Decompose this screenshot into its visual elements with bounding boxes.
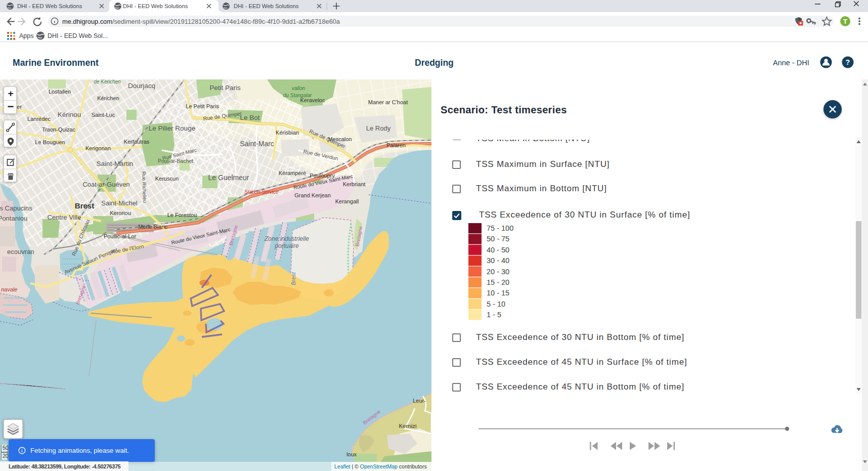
svg-text:Kernizi: Kernizi [399, 423, 416, 429]
svg-text:Station Service: Station Service [244, 189, 279, 195]
svg-text:Lanrédec: Lanrédec [27, 116, 51, 122]
svg-text:Pontaniou: Pontaniou [0, 215, 27, 222]
svg-text:es Capucins: es Capucins [0, 204, 32, 212]
svg-text:Brest: Brest [75, 201, 94, 210]
svg-text:Le Rody: Le Rody [366, 124, 391, 132]
svg-text:Keruscun: Keruscun [155, 176, 179, 182]
svg-text:ecouvran: ecouvran [7, 248, 34, 255]
svg-text:1 - 5: 1 - 5 [487, 311, 501, 319]
svg-text:Saint-Michel: Saint-Michel [101, 199, 138, 207]
svg-text:Grand Kerjean: Grand Kerjean [294, 192, 331, 198]
svg-text:Saint-Luc: Saint-Luc [92, 112, 115, 118]
svg-text:Coat-ar-Guéven: Coat-ar-Guéven [82, 181, 129, 188]
svg-text:DHI - EED Web Sol...: DHI - EED Web Sol... [48, 32, 108, 39]
svg-text:Kerbriant: Kerbriant [343, 181, 366, 187]
svg-text:10 - 15: 10 - 15 [487, 289, 509, 297]
svg-text:Apps: Apps [19, 32, 34, 39]
svg-text:30 - 40: 30 - 40 [487, 256, 509, 265]
svg-text:Le Pilier Rouge: Le Pilier Rouge [149, 124, 195, 132]
svg-text:portuaire: portuaire [274, 242, 299, 249]
svg-text:Kerfautras: Kerfautras [124, 139, 150, 145]
svg-text:du Stangalar: du Stangalar [283, 93, 312, 98]
svg-text:Le Bot: Le Bot [240, 114, 259, 121]
svg-text:Keroriou: Keroriou [110, 210, 131, 216]
svg-text:Dourjacq: Dourjacq [128, 82, 155, 90]
svg-text:DHI - EED Web Solutions: DHI - EED Web Solutions [17, 3, 82, 9]
svg-text:Poullic-al-Lor: Poullic-al-Lor [104, 233, 137, 239]
svg-text:Le Forestou: Le Forestou [167, 212, 197, 218]
svg-text:Kerangall: Kerangall [335, 198, 359, 204]
svg-text:Saint-Marc: Saint-Marc [240, 140, 274, 148]
svg-text:Le Guelmeur: Le Guelmeur [208, 174, 249, 182]
svg-text:Brest: Brest [290, 272, 296, 285]
svg-text:40 - 50: 40 - 50 [487, 246, 509, 254]
svg-text:Leur-: Leur- [413, 398, 426, 404]
svg-text:Petit Paris: Petit Paris [209, 84, 241, 92]
svg-text:Kérisbian: Kérisbian [276, 130, 299, 136]
svg-text:Poul-ar-Bachet: Poul-ar-Bachet [158, 158, 193, 164]
svg-text:Le Petit Paris: Le Petit Paris [186, 103, 219, 109]
svg-text:T: T [843, 18, 847, 25]
svg-text:navale: navale [1, 286, 17, 292]
svg-text:Kérinou: Kérinou [58, 111, 81, 118]
svg-text:50 - 75: 50 - 75 [487, 235, 509, 243]
svg-text:75 - 100: 75 - 100 [487, 224, 513, 232]
svg-text:Traon-Quizac: Traon-Quizac [42, 126, 76, 133]
svg-text:DHI - EED Web Solutions: DHI - EED Web Solutions [234, 3, 299, 9]
svg-text:me.dhigroup.com/sediment-spill: me.dhigroup.com/sediment-spill/view/2019… [62, 18, 340, 25]
svg-text:?: ? [846, 58, 850, 66]
svg-text:Kérichen: Kérichen [97, 95, 119, 101]
svg-text:Palaren: Palaren [386, 142, 406, 148]
svg-text:loux: loux [346, 451, 357, 457]
svg-text:Rue Richelieu: Rue Richelieu [141, 172, 148, 203]
svg-text:de Kerichen: de Kerichen [94, 79, 121, 84]
svg-text:Saint-Martin: Saint-Martin [97, 160, 134, 167]
svg-text:Le Bouguen: Le Bouguen [35, 139, 65, 145]
svg-text:Centre Ville: Centre Ville [48, 213, 81, 221]
svg-text:Kérampéré: Kérampéré [279, 170, 306, 176]
svg-text:Kerigonan: Kerigonan [85, 145, 111, 151]
svg-text:15 - 20: 15 - 20 [487, 278, 509, 286]
svg-text:Merle Blanc: Merle Blanc [138, 224, 168, 230]
svg-text:DHI - EED Web Solutions: DHI - EED Web Solutions [123, 3, 188, 9]
svg-text:20 - 30: 20 - 30 [487, 268, 509, 276]
svg-text:Lostallen: Lostallen [49, 89, 71, 95]
svg-text:Zone industrielle: Zone industrielle [264, 235, 309, 242]
svg-text:5 - 10: 5 - 10 [487, 300, 505, 308]
svg-text:vallon: vallon [292, 85, 306, 91]
svg-text:Maner ar C'hoat: Maner ar C'hoat [368, 99, 408, 105]
